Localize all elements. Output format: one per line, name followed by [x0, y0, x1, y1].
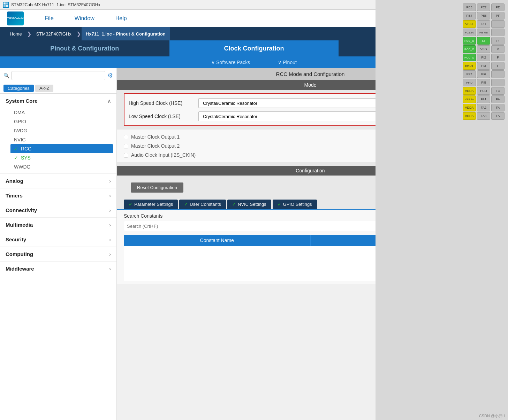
pin-pd: PD — [477, 20, 490, 28]
titlebar-text: STM32CubeMX Hx711_1.ioc: STM32F407IGHx — [11, 2, 100, 7]
pin-rcc-o1: RCC_O — [463, 37, 476, 45]
breadcrumb-project[interactable]: Hx711_1.ioc - Pinout & Configuration — [82, 27, 170, 40]
pin-pi6: PI6 — [477, 70, 490, 78]
chevron-right-icon: › — [109, 237, 111, 242]
chevron-right-icon: › — [109, 193, 111, 199]
sidebar-item-iwdg[interactable]: IWDG — [10, 126, 116, 135]
gear-icon[interactable]: ⚙ — [107, 72, 113, 79]
sidebar-tabs: Categories A->Z — [0, 83, 116, 94]
pin-grid: PE3 PE2 PE PE4 PE5 PF VBAT PD PC13A PB-A… — [376, 0, 508, 123]
search-icon: 🔍 — [3, 73, 9, 78]
section-middleware: Middleware › — [0, 262, 116, 276]
checkbox-mco1[interactable] — [124, 135, 128, 139]
config-tab-params[interactable]: ✓ Parameter Settings — [124, 200, 178, 209]
subtab-pinout[interactable]: ∨ Pinout — [278, 60, 297, 65]
section-analog: Analog › — [0, 174, 116, 188]
checkbox-audio[interactable] — [124, 153, 128, 157]
sidebar-item-rcc[interactable]: ✓ RCC — [10, 144, 113, 153]
tab-categories[interactable]: Categories — [3, 85, 34, 92]
sidebar-search-area: 🔍 ⚙ — [0, 68, 116, 83]
pin-pf: PF — [491, 12, 505, 20]
section-multimedia-header[interactable]: Multimedia › — [0, 218, 116, 232]
breadcrumb-arrow-1: ❯ — [27, 31, 31, 37]
pin-fa3: FA3 — [477, 112, 490, 120]
pin-vbat: VBAT — [463, 20, 476, 28]
svg-rect-2 — [3, 5, 6, 7]
sidebar-item-nvic[interactable]: NVIC — [10, 135, 116, 144]
pin-fa2b: FA — [491, 104, 505, 111]
pin-fa1b: FA — [491, 95, 505, 103]
lse-label: Low Speed Clock (LSE) — [129, 114, 198, 119]
chevron-right-icon: › — [109, 251, 111, 257]
sidebar: 🔍 ⚙ Categories A->Z System Core ∧ DMA GP… — [0, 68, 117, 420]
section-security-header[interactable]: Security › — [0, 232, 116, 247]
chevron-right-icon: › — [109, 208, 111, 213]
check-icon: ✓ — [14, 146, 18, 151]
chevron-right-icon: › — [109, 178, 111, 184]
section-middleware-header[interactable]: Middleware › — [0, 262, 116, 276]
pin-empty2 — [491, 29, 505, 36]
pin-vref: VREF+ — [463, 95, 476, 103]
config-tab-user-constants[interactable]: ✓ User Constants — [179, 200, 226, 209]
tab-clock[interactable]: Clock Configuration — [169, 40, 339, 56]
section-connectivity-header[interactable]: Connectivity › — [0, 203, 116, 217]
pin-row: PFID PI5 — [379, 79, 505, 86]
breadcrumb-chip[interactable]: STM32F407IGHx — [32, 27, 76, 40]
chevron-down-icon: ∧ — [107, 98, 111, 104]
breadcrumb-home[interactable]: Home — [6, 27, 26, 40]
sidebar-item-wwdg[interactable]: WWDG — [10, 162, 116, 171]
menu-file[interactable]: File — [45, 15, 54, 22]
config-tab-nvic[interactable]: ✓ NVIC Settings — [227, 200, 271, 209]
pin-row: RCC_O VSG V — [379, 45, 505, 53]
section-analog-header[interactable]: Analog › — [0, 174, 116, 188]
subtab-software-packs[interactable]: ∨ Software Packs — [211, 60, 250, 65]
checkbox-mco1-label: Master Clock Output 1 — [131, 134, 180, 140]
pin-pi2: PI2 — [477, 54, 490, 61]
sidebar-item-sys[interactable]: ✓ SYS — [10, 153, 116, 162]
section-system-core-header[interactable]: System Core ∧ — [0, 94, 116, 108]
config-tab-gpio[interactable]: ✓ GPIO Settings — [273, 200, 317, 209]
col-constant-name: Constant Name — [124, 235, 311, 246]
checkbox-audio-label: Audio Clock Input (I2S_CKIN) — [131, 152, 196, 158]
section-security: Security › — [0, 232, 116, 247]
section-timers-header[interactable]: Timers › — [0, 188, 116, 203]
pin-empty4 — [491, 79, 505, 86]
pin-vdda3: VDDA — [463, 112, 476, 120]
section-computing-header[interactable]: Computing › — [0, 247, 116, 261]
pin-rcc-o2: RCC_O — [463, 45, 476, 53]
pin-pi: PI — [491, 37, 505, 45]
reset-config-button[interactable]: Reset Configuration — [131, 182, 183, 193]
pin-row: ERDT PI3 F — [379, 62, 505, 70]
pin-pi3: PI3 — [477, 62, 490, 70]
section-timers: Timers › — [0, 188, 116, 203]
menu-window[interactable]: Window — [75, 15, 94, 22]
pin-row: VBAT PD — [379, 20, 505, 28]
section-system-core: System Core ∧ DMA GPIO IWDG NVIC ✓ RCC ✓… — [0, 94, 116, 174]
tab-az[interactable]: A->Z — [35, 85, 54, 92]
pin-fa2: FA2 — [477, 104, 490, 111]
menu-help[interactable]: Help — [115, 15, 127, 22]
check-icon: ✓ — [232, 202, 236, 207]
pin-row: PE4 PE5 PF — [379, 12, 505, 20]
pin-row: VDDA FA3 FA — [379, 112, 505, 120]
section-computing: Computing › — [0, 247, 116, 262]
pin-pe5: PE5 — [477, 12, 490, 20]
pin-f2: F — [491, 62, 505, 70]
logo-area: STM32 CubeMX — [7, 11, 24, 25]
menu-items: File Window Help — [45, 15, 127, 22]
pin-fa1: FA1 — [477, 95, 490, 103]
pin-row: PE3 PE2 PE — [379, 3, 505, 11]
check-icon: ✓ — [278, 202, 281, 207]
check-icon: ✓ — [14, 155, 18, 161]
sidebar-item-gpio[interactable]: GPIO — [10, 117, 116, 126]
check-icon: ✓ — [129, 202, 132, 207]
pin-pf7: PF7 — [463, 70, 476, 78]
pin-pbab: PB-AB — [477, 29, 490, 36]
tab-pinout[interactable]: Pinout & Configuration — [0, 40, 169, 56]
sidebar-item-dma[interactable]: DMA — [10, 108, 116, 117]
checkbox-mco2[interactable] — [124, 144, 128, 148]
pin-row: RCC_O ST PI — [379, 37, 505, 45]
pin-fe2: PE2 — [477, 3, 490, 11]
pin-row: PC13A PB-AB — [379, 29, 505, 36]
search-input[interactable] — [12, 71, 105, 80]
